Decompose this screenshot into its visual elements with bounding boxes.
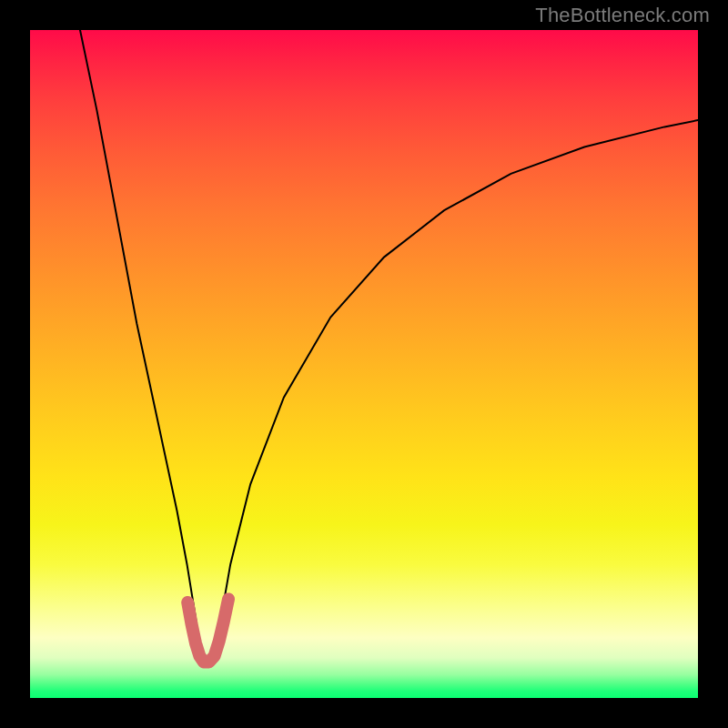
chart-frame: TheBottleneck.com xyxy=(0,0,728,728)
watermark-text: TheBottleneck.com xyxy=(535,4,710,27)
minimum-overlay xyxy=(187,599,228,662)
bottleneck-curve xyxy=(80,30,698,662)
curve-layer xyxy=(30,30,698,698)
plot-area xyxy=(30,30,698,698)
